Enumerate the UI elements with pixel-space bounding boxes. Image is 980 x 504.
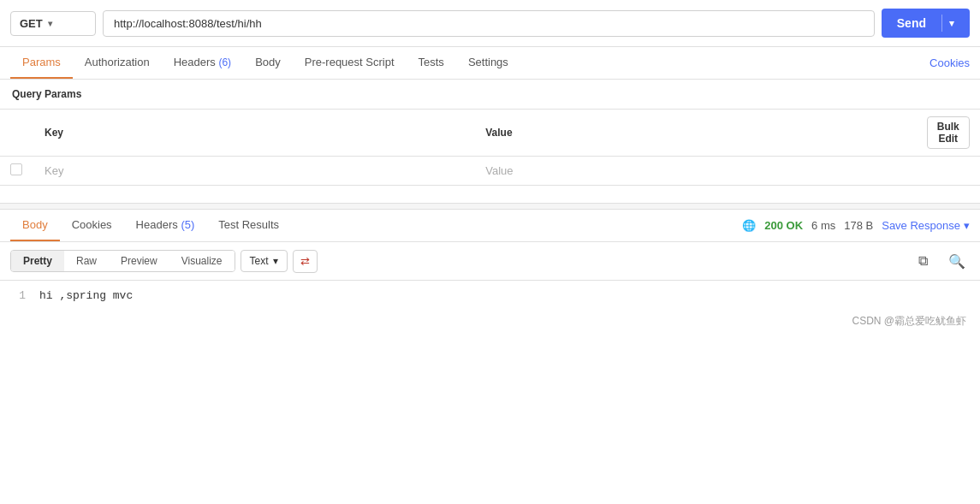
- format-tab-visualize[interactable]: Visualize: [169, 251, 235, 271]
- send-chevron-icon: ▾: [949, 18, 954, 29]
- code-area: 1 hi ,spring mvc: [0, 281, 980, 311]
- format-tab-raw[interactable]: Raw: [64, 251, 109, 271]
- response-headers-badge: (5): [181, 218, 194, 231]
- col-value-header: Value: [475, 110, 916, 157]
- response-meta: 🌐 200 OK 6 ms 178 B Save Response ▾: [742, 219, 970, 232]
- response-area: Body Cookies Headers (5) Test Results 🌐 …: [0, 210, 980, 332]
- copy-button[interactable]: ⧉: [910, 249, 935, 273]
- query-params-label: Query Params: [12, 88, 81, 100]
- params-table: Key Value Bulk Edit Key Value: [0, 109, 980, 186]
- method-label: GET: [20, 17, 43, 30]
- tab-tests-label: Tests: [419, 56, 444, 68]
- table-row: Key Value: [0, 157, 980, 186]
- tab-headers-badge: (6): [218, 56, 231, 68]
- cookies-label: Cookies: [930, 56, 970, 69]
- send-label: Send: [897, 16, 935, 30]
- tab-headers[interactable]: Headers (6): [162, 47, 243, 79]
- format-tabs: Pretty Raw Preview Visualize: [10, 250, 235, 272]
- col-check-header: [0, 110, 34, 157]
- response-size: 178 B: [844, 219, 873, 232]
- tab-headers-label: Headers: [174, 56, 216, 68]
- response-status: 200 OK: [764, 219, 803, 232]
- response-tab-body[interactable]: Body: [10, 210, 60, 241]
- search-button[interactable]: 🔍: [944, 249, 970, 273]
- tab-body[interactable]: Body: [243, 47, 293, 79]
- row-checkbox[interactable]: [10, 163, 22, 175]
- format-tab-preview[interactable]: Preview: [109, 251, 169, 271]
- col-bulk-header: Bulk Edit: [917, 110, 981, 157]
- tab-prerequest[interactable]: Pre-request Script: [293, 47, 407, 79]
- query-params-section-label: Query Params: [0, 80, 980, 109]
- method-select[interactable]: GET ▾: [10, 11, 96, 36]
- tab-tests[interactable]: Tests: [407, 47, 456, 79]
- tab-params-label: Params: [22, 56, 61, 68]
- tab-authorization-label: Authorization: [85, 56, 150, 68]
- top-bar: GET ▾ Send ▾: [0, 0, 980, 47]
- globe-icon: 🌐: [742, 219, 756, 232]
- row-action-cell: [917, 157, 981, 186]
- tab-prerequest-label: Pre-request Script: [305, 56, 395, 68]
- type-chevron-icon: ▾: [273, 255, 278, 267]
- format-tab-pretty[interactable]: Pretty: [11, 251, 64, 271]
- tab-settings[interactable]: Settings: [456, 47, 520, 79]
- type-label: Text: [250, 255, 269, 267]
- watermark: CSDN @霸总爱吃鱿鱼虾: [0, 311, 980, 332]
- response-tab-headers[interactable]: Headers (5): [124, 210, 207, 241]
- row-checkbox-cell: [0, 157, 34, 186]
- copy-icon: ⧉: [918, 253, 928, 269]
- value-cell[interactable]: Value: [475, 157, 916, 186]
- code-content-1: hi ,spring mvc: [39, 289, 133, 302]
- url-input[interactable]: [103, 10, 875, 37]
- response-tab-test-results[interactable]: Test Results: [206, 210, 291, 241]
- wrap-icon: ⇄: [300, 255, 310, 268]
- send-button[interactable]: Send ▾: [882, 9, 970, 38]
- response-tab-cookies[interactable]: Cookies: [60, 210, 124, 241]
- format-bar: Pretty Raw Preview Visualize Text ▾ ⇄ ⧉ …: [0, 242, 980, 281]
- tab-authorization[interactable]: Authorization: [73, 47, 162, 79]
- key-cell[interactable]: Key: [34, 157, 475, 186]
- method-chevron: ▾: [48, 19, 52, 28]
- tab-params[interactable]: Params: [10, 47, 73, 79]
- line-number-1: 1: [14, 289, 26, 302]
- wrap-button[interactable]: ⇄: [293, 250, 318, 273]
- response-tabs-row: Body Cookies Headers (5) Test Results 🌐 …: [0, 210, 980, 242]
- response-time: 6 ms: [811, 219, 835, 232]
- tab-settings-label: Settings: [468, 56, 508, 68]
- search-icon: 🔍: [948, 253, 965, 270]
- tab-body-label: Body: [255, 56, 281, 68]
- bulk-edit-button[interactable]: Bulk Edit: [927, 116, 971, 149]
- cookies-link[interactable]: Cookies: [930, 56, 970, 69]
- save-response-button[interactable]: Save Response ▾: [882, 219, 970, 232]
- type-select[interactable]: Text ▾: [241, 250, 288, 272]
- col-key-header: Key: [34, 110, 475, 157]
- send-divider: [941, 15, 942, 32]
- request-tabs-row: Params Authorization Headers (6) Body Pr…: [0, 47, 980, 80]
- save-response-chevron-icon: ▾: [964, 219, 970, 232]
- section-divider: [0, 203, 980, 210]
- code-line-1: 1 hi ,spring mvc: [14, 289, 966, 302]
